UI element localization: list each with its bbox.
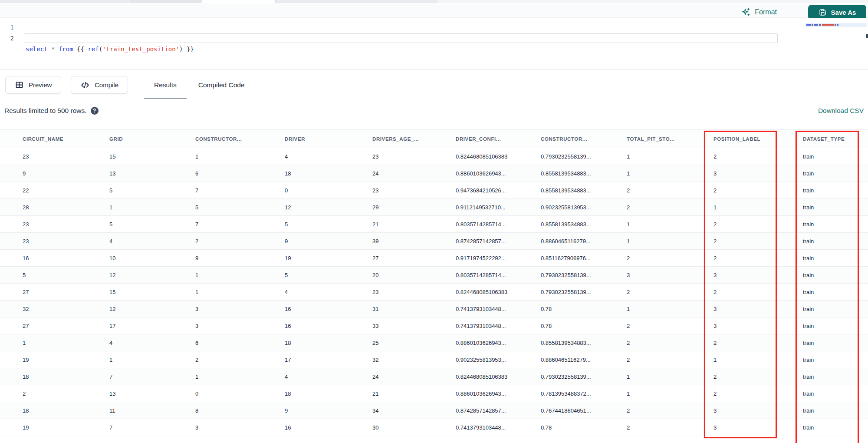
table-cell: 23 bbox=[372, 182, 456, 199]
table-cell: 4 bbox=[285, 368, 372, 385]
table-cell: 0.8558139534883... bbox=[541, 165, 627, 182]
table-cell: 23 bbox=[0, 233, 109, 250]
table-cell: 4 bbox=[109, 334, 195, 351]
sql-editor[interactable]: 1 2 select * from {{ ref('train_test_pos… bbox=[0, 18, 868, 69]
table-cell: 2 bbox=[713, 233, 803, 250]
table-cell: 0.8860103626943... bbox=[456, 165, 541, 182]
table-cell: 16 bbox=[285, 419, 372, 436]
code-token: 'train_test_position' bbox=[102, 46, 179, 53]
table-cell: 0.8035714285714... bbox=[456, 267, 541, 284]
tab-compiled-code-label: Compiled Code bbox=[198, 81, 245, 89]
table-cell: train bbox=[803, 317, 868, 334]
active-line-highlight bbox=[24, 33, 778, 43]
compile-button[interactable]: Compile bbox=[71, 76, 128, 94]
table-cell: 5 bbox=[285, 267, 372, 284]
table-cell: 0.8558139534883... bbox=[541, 216, 627, 233]
table-cell: 27 bbox=[0, 284, 109, 301]
table-cell: 1 bbox=[627, 301, 713, 317]
save-as-label: Save As bbox=[831, 9, 856, 16]
table-cell: 1 bbox=[627, 165, 713, 182]
table-cell: 19 bbox=[285, 250, 372, 267]
table-cell: 9 bbox=[285, 233, 372, 250]
table-cell: 0.8558139534883... bbox=[541, 182, 627, 199]
table-row: 181189340.8742857142857...0.767441860465… bbox=[0, 402, 868, 419]
file-tab[interactable] bbox=[130, 0, 202, 3]
minimap-cursor-marker bbox=[866, 34, 868, 38]
table-cell: 17 bbox=[109, 317, 195, 334]
table-cell: 4 bbox=[285, 148, 372, 165]
table-row: 2717316330.7413793103448...0.7823train bbox=[0, 317, 868, 334]
table-cell: 9 bbox=[285, 402, 372, 419]
table-cell: 0.7413793103448... bbox=[456, 419, 541, 436]
table-row: 231514230.8244680851063830.7930232558139… bbox=[0, 148, 868, 165]
floppy-disk-icon bbox=[819, 8, 827, 17]
table-cell: 0.824468085106383 bbox=[456, 284, 541, 301]
table-cell: 7 bbox=[195, 216, 285, 233]
table-cell: 30 bbox=[372, 419, 456, 436]
table-cell: 0.7930232558139... bbox=[541, 368, 627, 385]
table-cell: 2 bbox=[627, 317, 713, 334]
table-cell: train bbox=[803, 165, 868, 182]
table-cell: 1 bbox=[0, 334, 109, 351]
table-row: 18714240.8244680851063830.7930232558139.… bbox=[0, 368, 868, 385]
table-cell: train bbox=[803, 182, 868, 199]
compile-label: Compile bbox=[95, 81, 118, 89]
table-cell: 0.9171974522292... bbox=[456, 250, 541, 267]
table-cell: 6 bbox=[195, 334, 285, 351]
table-row: 191217320.9023255813953...0.886046511627… bbox=[0, 351, 868, 368]
table-cell: 0.78 bbox=[541, 317, 627, 334]
table-cell: 0.8860103626943... bbox=[456, 385, 541, 402]
table-cell: 12 bbox=[285, 199, 372, 216]
table-grid-icon bbox=[15, 80, 24, 89]
table-cell: 7 bbox=[109, 368, 195, 385]
tab-results-label: Results bbox=[154, 81, 177, 89]
table-cell: 2 bbox=[713, 385, 803, 402]
table-cell: train bbox=[803, 334, 868, 351]
table-cell: 0.8035714285714... bbox=[456, 216, 541, 233]
table-row: 23575210.8035714285714...0.8558139534883… bbox=[0, 216, 868, 233]
code-token: ( bbox=[99, 46, 102, 53]
table-cell: 1 bbox=[195, 368, 285, 385]
tab-compiled-code[interactable]: Compiled Code bbox=[187, 70, 256, 100]
table-cell: 1 bbox=[195, 267, 285, 284]
table-cell: train bbox=[803, 148, 868, 165]
table-cell: train bbox=[803, 250, 868, 267]
results-tabs: Results Compiled Code bbox=[143, 70, 256, 100]
table-cell: 23 bbox=[372, 148, 456, 165]
preview-button[interactable]: Preview bbox=[5, 76, 61, 94]
table-cell: 25 bbox=[372, 334, 456, 351]
question-mark-circle-icon[interactable]: ? bbox=[91, 107, 99, 115]
table-cell: 12 bbox=[109, 301, 195, 317]
table-cell: 16 bbox=[285, 301, 372, 317]
table-row: 14618250.8860103626943...0.8558139534883… bbox=[0, 334, 868, 351]
table-cell: train bbox=[803, 301, 868, 317]
table-cell: 2 bbox=[627, 419, 713, 436]
column-header: GRID bbox=[109, 130, 195, 148]
table-cell: 32 bbox=[372, 351, 456, 368]
table-cell: 27 bbox=[0, 317, 109, 334]
table-cell: 19 bbox=[0, 351, 109, 368]
format-button[interactable]: Format bbox=[741, 7, 777, 17]
table-cell: 0.9112149532710... bbox=[456, 199, 541, 216]
table-row: 51215200.8035714285714...0.7930232558139… bbox=[0, 267, 868, 284]
editor-toolbar: Format Save As bbox=[0, 3, 868, 18]
column-header: DRIVER_CONFI... bbox=[456, 130, 541, 148]
table-cell: 1 bbox=[109, 199, 195, 216]
download-csv-link[interactable]: Download CSV bbox=[818, 107, 864, 115]
code-area[interactable]: select * from {{ ref('train_test_positio… bbox=[26, 22, 194, 76]
table-cell: 16 bbox=[285, 317, 372, 334]
table-cell: 2 bbox=[627, 182, 713, 199]
table-cell: 4 bbox=[285, 284, 372, 301]
table-cell: 4 bbox=[109, 233, 195, 250]
minimap[interactable] bbox=[806, 23, 867, 68]
tab-results[interactable]: Results bbox=[143, 70, 187, 100]
table-cell: 34 bbox=[372, 402, 456, 419]
table-cell: 2 bbox=[713, 216, 803, 233]
table-row: 22570230.9473684210526...0.8558139534883… bbox=[0, 182, 868, 199]
table-cell: 1 bbox=[627, 148, 713, 165]
table-cell: 22 bbox=[0, 182, 109, 199]
table-cell: 2 bbox=[195, 233, 285, 250]
table-cell: train bbox=[803, 419, 868, 436]
active-file-tab[interactable] bbox=[202, 0, 276, 3]
table-cell: 5 bbox=[285, 216, 372, 233]
